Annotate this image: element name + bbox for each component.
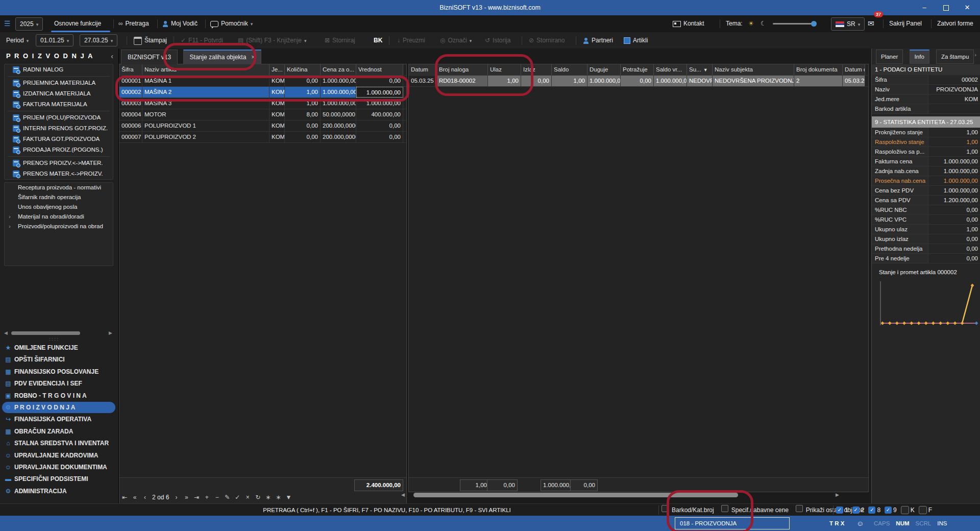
cell[interactable]: 1,00 bbox=[488, 76, 521, 86]
cell[interactable]: POLUPROIZVOD 1 bbox=[142, 120, 270, 131]
sidebar-module-6[interactable]: ↪FINANSIJSKA OPERATIVA bbox=[2, 414, 115, 425]
hide-panel-button[interactable]: Sakrij Panel bbox=[889, 15, 922, 32]
table-row[interactable]: 000007POLUPROIZVOD 2KOM0,00200.000,00000… bbox=[119, 132, 406, 143]
panel-tab-za-tampu[interactable]: Za štampu bbox=[936, 50, 974, 64]
sidebar-item[interactable]: FAKTURA MATERIJALA bbox=[5, 99, 113, 110]
sidebar-scrollbar[interactable]: ◀ ▶ bbox=[4, 331, 112, 335]
theme-slider[interactable] bbox=[773, 15, 816, 32]
column-header-koli-ina[interactable]: Količina bbox=[285, 64, 321, 75]
cell[interactable]: MAŠINA 2 bbox=[142, 87, 270, 98]
edit-icon[interactable]: ✎ bbox=[222, 494, 232, 501]
column-header-saldo-vr-[interactable]: Saldo vr... bbox=[654, 64, 687, 75]
sidebar-item[interactable]: INTERNI PRENOS GOT.PROIZ. bbox=[5, 123, 113, 134]
menu-pomocnik[interactable]: Pomoćnik▾ bbox=[210, 15, 253, 32]
flag-checkbox-8[interactable]: ✓ bbox=[868, 506, 875, 514]
cell[interactable]: KOM bbox=[270, 120, 285, 131]
menu-kontakt[interactable]: Kontakt bbox=[673, 15, 704, 32]
cell[interactable]: MAŠINA 1 bbox=[142, 76, 270, 86]
scroll-left-icon[interactable]: ◀ bbox=[4, 331, 8, 335]
column-header-naziv-subjekta[interactable]: Naziv subjekta bbox=[713, 64, 794, 75]
sidebar-item[interactable]: RADNI NALOG bbox=[5, 64, 113, 75]
scroll-right-icon[interactable]: ▶ bbox=[836, 492, 839, 498]
minimize-icon[interactable]: – bbox=[914, 0, 935, 15]
table-row[interactable]: 000003MAŠINA 3KOM1,001.000.000,00001.000… bbox=[119, 98, 406, 109]
date-from-field[interactable]: 01.01.25▾ bbox=[36, 34, 74, 46]
sidebar-item[interactable]: PRODAJA PROIZ.(POGONS.) bbox=[5, 144, 113, 155]
scroll-right-icon[interactable]: ▶ bbox=[109, 331, 112, 335]
sidebar-module-4[interactable]: ▣ROBNO - T R G O V I N A bbox=[2, 390, 115, 401]
language-selector[interactable]: SR▾ bbox=[831, 17, 865, 31]
next-page-icon[interactable]: » bbox=[181, 494, 191, 501]
cell[interactable]: 000006 bbox=[119, 120, 142, 131]
goto-bookmark-icon[interactable]: ∗ bbox=[273, 494, 283, 501]
cell[interactable]: 8,00 bbox=[285, 109, 321, 120]
cell[interactable]: 000004 bbox=[119, 109, 142, 120]
cell[interactable]: KOM bbox=[270, 87, 285, 98]
column-header-su-[interactable]: Su...▼ bbox=[687, 64, 713, 75]
sidebar-module-10[interactable]: ☺UPRAVLJANJE DOKUMENTIMA bbox=[2, 462, 115, 473]
sidebar-module-9[interactable]: ☺UPRAVLJANJE KADROVIMA bbox=[2, 450, 115, 461]
tree-item[interactable]: Unos obavljenog posla bbox=[5, 202, 113, 212]
delete-icon[interactable]: − bbox=[212, 494, 222, 501]
cell[interactable]: 1.000.000,0000 bbox=[321, 98, 356, 109]
column-header-datum[interactable]: Datum bbox=[409, 64, 437, 75]
close-forms-button[interactable]: Zatvori forme bbox=[937, 15, 973, 32]
column-header-datum-d-[interactable]: Datum d... bbox=[843, 64, 865, 75]
feedback-smiley-icon[interactable]: ☺ bbox=[856, 516, 864, 531]
sidebar-module-1[interactable]: ▤OPŠTI ŠIFARNICI bbox=[2, 354, 115, 365]
cell[interactable]: 000001 bbox=[119, 76, 142, 86]
moon-icon[interactable]: ☾ bbox=[761, 15, 766, 32]
sidebar-item[interactable]: PRENOS MATER.<->PROIZV. bbox=[5, 168, 113, 179]
tab-stanje-zaliha-objekta[interactable]: Stanje zaliha objekta× bbox=[183, 50, 262, 64]
sidebar-item[interactable]: PRIJEM (POLU)PROIZVODA bbox=[5, 112, 113, 123]
table-row[interactable]: 000004MOTORKOM8,0050.000,0000400.000,00 bbox=[119, 109, 406, 120]
articles-button[interactable]: Artikli bbox=[624, 32, 648, 49]
checkbox-icon[interactable] bbox=[721, 505, 728, 512]
cell[interactable]: NEDOVRŠENA PROIZVODNJA bbox=[713, 76, 794, 86]
collapse-sidebar-icon[interactable]: ‹ bbox=[111, 51, 113, 62]
cell[interactable]: 200.000,0000 bbox=[321, 132, 356, 142]
close-tab-icon[interactable]: × bbox=[251, 54, 255, 61]
cell[interactable]: 200.000,0000 bbox=[321, 120, 356, 131]
filter-icon[interactable]: ▼ bbox=[703, 65, 708, 75]
mail-icon[interactable]: ✉ bbox=[868, 15, 874, 32]
sidebar-module-3[interactable]: ▤PDV EVIDENCIJA I SEF bbox=[2, 378, 115, 389]
table-row[interactable]: 05.03.25RD018-000021,000,001,001.000.000… bbox=[409, 76, 868, 87]
transactions-grid-scrollbar[interactable]: ◀ ▶ bbox=[408, 492, 837, 498]
flag-checkbox-2[interactable]: ✓ bbox=[852, 506, 860, 514]
checkbox-icon[interactable] bbox=[662, 505, 669, 512]
period-dropdown[interactable]: Period▾ bbox=[6, 32, 29, 49]
date-to-field[interactable]: 27.03.25▾ bbox=[80, 34, 117, 46]
cell[interactable]: 05.03.25 bbox=[409, 76, 437, 86]
maximize-icon[interactable] bbox=[935, 0, 957, 15]
sidebar-module-0[interactable]: ★OMILJENE FUNKCIJE bbox=[2, 342, 115, 353]
sidebar-module-5[interactable]: ⚙P R O I Z V O D N J A bbox=[2, 402, 115, 413]
sidebar-item[interactable]: PRIJEMNICA MATERIJALA bbox=[5, 78, 113, 88]
tree-item[interactable]: ›Proizvodi/poluproizvodi na obrad bbox=[5, 222, 113, 231]
cell[interactable]: 0,00 bbox=[356, 132, 403, 142]
column-header-broj-naloga[interactable]: Broj naloga bbox=[437, 64, 488, 75]
column-header--ifra[interactable]: Šifra bbox=[119, 64, 142, 75]
sun-icon[interactable]: ☀ bbox=[748, 15, 754, 32]
flag-checkbox-1[interactable]: ✓ bbox=[836, 506, 843, 514]
cell[interactable]: KOM bbox=[270, 132, 285, 142]
flag-checkbox-F[interactable] bbox=[919, 506, 927, 514]
cell[interactable]: 1.000.000,0000 bbox=[321, 87, 356, 98]
cell[interactable]: 1.000.000,00 bbox=[654, 76, 687, 86]
table-row[interactable]: 000006POLUPROIZVOD 1KOM0,00200.000,00000… bbox=[119, 120, 406, 132]
sidebar-item[interactable]: PRENOS PROIZV.<->MATER. bbox=[5, 158, 113, 168]
print-button[interactable]: Štampaj bbox=[134, 32, 167, 49]
cell[interactable]: KOM bbox=[270, 76, 285, 86]
filter-icon[interactable]: ▼ bbox=[283, 494, 293, 501]
cell[interactable]: KOM bbox=[270, 109, 285, 120]
next-record-icon[interactable]: › bbox=[171, 494, 181, 501]
last-record-icon[interactable]: ⇥ bbox=[191, 494, 202, 501]
cell[interactable]: 1,00 bbox=[285, 87, 321, 98]
object-selector[interactable]: 018 - PROIZVODNJA bbox=[675, 517, 790, 529]
menu-moj-vodic[interactable]: Moj Vodič bbox=[162, 15, 198, 32]
cell[interactable]: 2 bbox=[794, 76, 843, 86]
sidebar-module-7[interactable]: ▦OBRAČUN ZARADA bbox=[2, 426, 115, 437]
column-header-cena-za-o-[interactable]: Cena za o... bbox=[321, 64, 356, 75]
sidebar-module-12[interactable]: ⚙ADMINISTRACIJA bbox=[2, 486, 115, 497]
cell[interactable]: 000007 bbox=[119, 132, 142, 142]
